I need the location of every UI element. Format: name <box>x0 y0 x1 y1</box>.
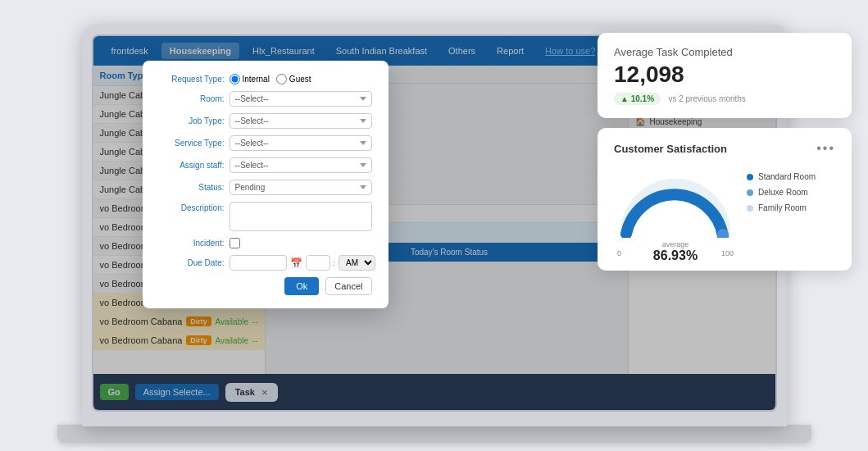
more-options-button[interactable]: ••• <box>816 141 835 156</box>
internal-radio-label[interactable]: Internal <box>229 74 270 84</box>
due-date-row: Due Date: 📅 : AM PM <box>159 255 372 271</box>
gauge-percent: 86.93% <box>614 248 737 263</box>
gauge: average 86.93% <box>614 164 737 246</box>
room-select[interactable]: --Select-- <box>229 91 372 107</box>
description-label: Description: <box>159 202 225 212</box>
incident-checkbox[interactable] <box>229 238 240 248</box>
gauge-container: average 86.93% 0 100 <box>614 164 737 257</box>
deluxe-room-dot <box>747 189 753 196</box>
standard-room-label: Standard Room <box>758 172 816 181</box>
request-type-row: Request Type: Internal Guest <box>159 74 372 84</box>
internal-radio[interactable] <box>229 74 240 84</box>
satisfaction-body: average 86.93% 0 100 Standard Room <box>614 164 835 257</box>
satisfaction-header: Customer Satisfaction ••• <box>614 141 835 156</box>
legend-item-deluxe: Deluxe Room <box>747 188 816 197</box>
cancel-button[interactable]: Cancel <box>325 277 371 295</box>
floating-cards: Average Task Completed 12,098 ▲ 10.1% vs… <box>598 33 852 271</box>
satisfaction-card: Customer Satisfaction ••• <box>598 128 852 271</box>
request-type-label: Request Type: <box>159 75 225 84</box>
family-room-label: Family Room <box>758 203 807 212</box>
assign-staff-row: Assign staff: --Select-- <box>159 157 372 173</box>
assign-staff-label: Assign staff: <box>159 161 225 170</box>
avg-task-value: 12,098 <box>614 61 835 88</box>
legend-item-standard: Standard Room <box>747 172 816 181</box>
job-type-select[interactable]: --Select-- <box>229 113 372 129</box>
request-form-dialog: Request Type: Internal Guest <box>143 61 389 308</box>
assign-staff-select[interactable]: --Select-- <box>229 157 372 173</box>
deluxe-room-label: Deluxe Room <box>758 188 808 197</box>
family-room-dot <box>747 205 753 212</box>
job-type-label: Job Type: <box>159 116 225 125</box>
legend-items: Standard Room Deluxe Room Family Room <box>747 164 816 212</box>
service-type-label: Service Type: <box>159 139 225 148</box>
guest-radio-label[interactable]: Guest <box>276 74 311 84</box>
avg-task-title: Average Task Completed <box>614 46 835 58</box>
room-label: Room: <box>159 94 225 103</box>
ampm-select[interactable]: AM PM <box>339 255 375 271</box>
ok-button[interactable]: Ok <box>284 277 319 295</box>
status-select[interactable]: Pending <box>229 180 372 195</box>
room-row: Room: --Select-- <box>159 91 372 107</box>
legend-item-family: Family Room <box>747 203 816 212</box>
dialog-actions: Ok Cancel <box>159 277 372 295</box>
status-label: Status: <box>159 183 225 192</box>
time-input[interactable] <box>306 255 330 271</box>
avg-task-badge: ▲ 10.1% <box>614 93 661 105</box>
standard-room-dot <box>747 174 753 180</box>
service-type-select[interactable]: --Select-- <box>229 135 372 151</box>
laptop-wrapper: frontdesk Housekeeping Hlx_Restaurant So… <box>0 0 868 451</box>
description-textarea[interactable] <box>229 202 372 231</box>
service-type-row: Service Type: --Select-- <box>159 135 372 151</box>
incident-row: Incident: <box>159 238 372 248</box>
due-date-input[interactable] <box>229 255 287 271</box>
avg-task-sub: vs 2 previous months <box>668 94 746 103</box>
calendar-icon[interactable]: 📅 <box>290 257 302 269</box>
status-row: Status: Pending <box>159 180 372 195</box>
incident-label: Incident: <box>159 239 225 248</box>
due-date-label: Due Date: <box>159 258 225 267</box>
avg-task-card: Average Task Completed 12,098 ▲ 10.1% vs… <box>598 33 852 118</box>
satisfaction-title: Customer Satisfaction <box>614 143 727 155</box>
request-type-radio-group: Internal Guest <box>229 74 311 84</box>
job-type-row: Job Type: --Select-- <box>159 113 372 129</box>
gauge-avg-label: average <box>614 240 737 248</box>
guest-radio[interactable] <box>276 74 287 84</box>
description-row: Description: <box>159 202 372 231</box>
laptop-base <box>57 425 811 443</box>
